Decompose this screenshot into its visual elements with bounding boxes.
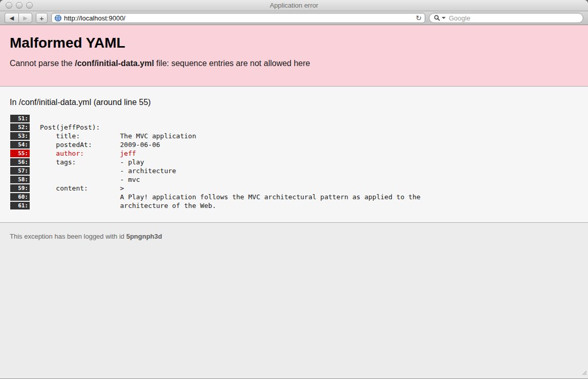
line-number-badge: 57: — [10, 167, 30, 175]
code-line: 58: - mvc — [10, 175, 578, 184]
code-line: 59: content: > — [10, 184, 578, 193]
line-number-badge: 51: — [10, 115, 30, 122]
error-message: Cannot parse the /conf/initial-data.yml … — [10, 58, 578, 69]
line-number-badge: 56: — [10, 158, 30, 166]
code-line: 56: tags: - play — [10, 158, 578, 166]
browser-window: Application error ◀ ▶ + http://localhost… — [0, 0, 588, 379]
search-placeholder: Google — [449, 14, 470, 22]
line-number-badge: 61: — [10, 202, 30, 209]
refresh-button[interactable]: ↻ — [416, 14, 422, 22]
forward-button[interactable]: ▶ — [18, 13, 32, 23]
traffic-lights — [6, 2, 33, 9]
error-message-suffix: file: sequence entries are not allowed h… — [154, 59, 310, 68]
search-input[interactable]: Google — [429, 13, 583, 23]
line-number-badge: 55: — [10, 150, 30, 157]
line-code-text: author: jeff — [40, 150, 136, 157]
line-code-text: Post(jeffPost): — [40, 123, 100, 131]
title-bar[interactable]: Application error — [0, 0, 588, 11]
zoom-button[interactable] — [26, 2, 33, 9]
code-line: 54: postedAt: 2009-06-06 — [10, 140, 578, 149]
line-code-text: - mvc — [40, 176, 140, 183]
footer-section: This exception has been logged with id 5… — [0, 223, 588, 378]
source-heading: In /conf/initial-data.yml (around line 5… — [10, 98, 578, 107]
code-line: 51: — [10, 114, 578, 123]
line-number-badge: 59: — [10, 184, 30, 192]
close-button[interactable] — [6, 2, 12, 9]
line-number-badge: 58: — [10, 176, 30, 183]
log-id: 5pngnph3d — [126, 233, 162, 240]
error-banner: Malformed YAML Cannot parse the /conf/in… — [0, 25, 588, 87]
globe-icon — [55, 15, 61, 22]
line-code-text: content: > — [40, 184, 124, 192]
line-code-text: title: The MVC application — [40, 132, 196, 140]
line-code-text: tags: - play — [40, 158, 144, 166]
back-icon: ◀ — [10, 15, 14, 22]
code-line-error: 55: author: jeff — [10, 149, 578, 158]
error-file-path: /conf/initial-data.yml — [75, 59, 154, 68]
log-message-prefix: This exception has been logged with id — [10, 233, 126, 240]
line-number-badge: 53: — [10, 132, 30, 140]
line-number-badge: 60: — [10, 193, 30, 201]
code-line: 60: A Play! application follows the MVC … — [10, 193, 578, 201]
minimize-button[interactable] — [16, 2, 23, 9]
code-line: 52:Post(jeffPost): — [10, 123, 578, 132]
search-engine-dropdown-icon[interactable] — [442, 17, 446, 19]
code-block: 51:52:Post(jeffPost):53: title: The MVC … — [10, 114, 578, 210]
line-number-badge: 52: — [10, 123, 30, 131]
back-button[interactable]: ◀ — [5, 13, 18, 23]
new-tab-icon: + — [39, 14, 44, 23]
line-code-text: architecture of the Web. — [40, 202, 216, 209]
search-icon — [434, 15, 440, 21]
new-tab-button[interactable]: + — [36, 13, 48, 23]
resize-grip-icon[interactable] — [581, 368, 587, 377]
code-line: 61: architecture of the Web. — [10, 201, 578, 210]
line-code-text: A Play! application follows the MVC arch… — [40, 193, 421, 201]
window-title: Application error — [270, 2, 318, 9]
page-content: Malformed YAML Cannot parse the /conf/in… — [0, 25, 588, 378]
source-section: In /conf/initial-data.yml (around line 5… — [0, 87, 588, 223]
nav-buttons: ◀ ▶ — [5, 13, 32, 23]
browser-toolbar: ◀ ▶ + http://localhost:9000/ ↻ — [0, 11, 588, 25]
code-line: 53: title: The MVC application — [10, 132, 578, 140]
error-message-prefix: Cannot parse the — [10, 59, 75, 68]
url-text[interactable]: http://localhost:9000/ — [64, 14, 413, 22]
code-line: 57: - architecture — [10, 166, 578, 175]
refresh-icon: ↻ — [416, 14, 422, 22]
line-number-badge: 54: — [10, 141, 30, 149]
line-code-text: postedAt: 2009-06-06 — [40, 141, 160, 149]
forward-icon: ▶ — [23, 15, 27, 22]
line-code-text: - architecture — [40, 167, 176, 175]
exception-log-message: This exception has been logged with id 5… — [10, 233, 578, 240]
address-bar[interactable]: http://localhost:9000/ ↻ — [51, 13, 425, 23]
error-title: Malformed YAML — [10, 34, 578, 52]
